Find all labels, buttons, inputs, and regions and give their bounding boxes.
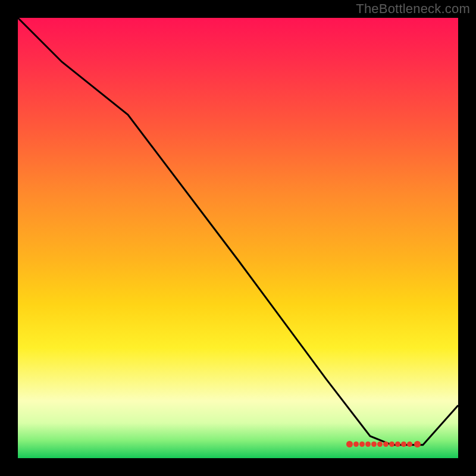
marker-dot: [383, 441, 389, 447]
marker-dot: [377, 441, 383, 447]
attribution-text: TheBottleneck.com: [356, 1, 470, 17]
optimal-range-markers: [346, 441, 421, 447]
curve-path: [18, 18, 458, 445]
plot-area: [18, 18, 458, 458]
marker-dot: [401, 441, 406, 447]
marker-dot: [395, 441, 400, 447]
marker-dot: [371, 441, 377, 447]
marker-dot: [353, 441, 359, 447]
bottleneck-curve: [18, 18, 458, 458]
marker-dot: [359, 441, 365, 447]
marker-dot: [365, 441, 371, 447]
chart-frame: TheBottleneck.com: [0, 0, 476, 476]
marker-dot: [414, 441, 421, 447]
marker-dot: [407, 441, 412, 447]
marker-dot: [389, 441, 394, 447]
marker-dot: [346, 441, 353, 447]
